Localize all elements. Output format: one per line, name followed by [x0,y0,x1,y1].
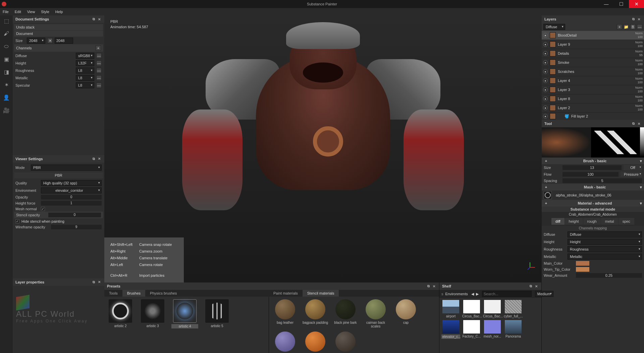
expand-icon[interactable]: + [544,201,548,206]
fill-tool-icon[interactable]: ◨ [3,69,10,75]
layer-row[interactable]: ●Layer 2Norm100 [542,103,644,113]
layer-row[interactable]: ●Layer 3Norm100 [542,85,644,94]
environment-preset[interactable]: Factory_C... [462,320,481,339]
close-panel-icon[interactable]: ✕ [97,17,102,21]
brush-size-slider[interactable]: 13 [562,165,622,170]
layer-row[interactable]: ●Layer 9Norm100 [542,40,644,49]
undock-icon[interactable]: ⧉ [631,121,636,126]
menu-edit[interactable]: Edit [15,10,21,14]
meshnormal-checkbox[interactable]: ✓ [41,207,45,211]
environment-preset[interactable]: Circus_Bac... [462,300,481,318]
shelf-size-select[interactable]: Medium [535,291,553,297]
stencil-opacity-slider[interactable]: 0 [48,213,101,217]
menu-style[interactable]: Style [41,10,49,14]
size-mode-button[interactable]: Off [624,165,642,170]
tab-stencil-materials[interactable]: Stencil materials [303,290,339,297]
close-panel-icon[interactable]: ✕ [97,280,102,284]
visibility-toggle[interactable]: ● [543,42,548,47]
visibility-toggle[interactable]: ● [543,33,548,38]
tab-diff[interactable]: diff [551,218,564,225]
wireframe-slider[interactable]: 9 [51,225,102,229]
channel-roughness-format[interactable]: L8 [76,68,94,74]
visibility-toggle[interactable]: ● [543,69,548,74]
brush-tool-icon[interactable]: 🖌 [3,30,10,37]
mask-thumbnail[interactable] [544,191,552,199]
quality-select[interactable]: High quality (32 spp) [41,180,102,186]
undock-icon[interactable]: ⧉ [528,284,533,289]
opacity-slider[interactable]: 0 [41,195,102,200]
visibility-toggle[interactable]: ● [543,78,548,83]
close-button[interactable]: ✕ [629,0,644,8]
viewport-3d[interactable]: PBR Animation time: 54.587 Alt+Shift+Lef… [104,15,542,282]
maximize-button[interactable]: ☐ [614,0,629,8]
projection-tool-icon[interactable]: ▣ [3,56,10,62]
add-folder-button[interactable]: 📁 [624,24,629,30]
map-roughness-select[interactable]: Roughness [568,246,642,252]
visibility-toggle[interactable]: ● [543,60,548,65]
wear-amount-slider[interactable]: 0.25 [576,273,642,278]
undock-icon[interactable]: ⧉ [631,17,636,21]
environment-preset[interactable]: Panorama [504,320,523,339]
dropdown-icon[interactable]: ▾ [640,185,642,189]
tab-physics-brushes[interactable]: Physics brushes [145,290,181,297]
environment-preset[interactable]: mesh_nor... [483,320,502,339]
shelf-search-input[interactable] [482,291,532,297]
tab-height[interactable]: height [565,218,583,225]
layer-row[interactable]: ●SmokeNorm100 [542,58,644,67]
undock-icon[interactable]: ⧉ [426,284,431,289]
channel-remove-button[interactable]: — [96,83,102,88]
heightforce-slider[interactable]: 1 [41,201,102,206]
material-preset[interactable]: bag leather [272,299,299,328]
material-preset[interactable]: black pine bark [332,299,359,328]
map-diffuse-select[interactable]: Diffuse [568,231,642,237]
add-channel-button[interactable]: + [96,45,101,51]
size-input[interactable] [55,38,73,44]
tab-brushes[interactable]: Brushes [122,290,145,297]
flow-mode-button[interactable]: Pressure [621,172,642,177]
add-layer-button[interactable]: + [617,24,622,30]
tab-paint-materials[interactable]: Paint materials [269,290,303,297]
next-icon[interactable]: ▶ [476,292,479,296]
env-select[interactable]: elevator_corridor [41,187,102,193]
channel-remove-button[interactable]: — [96,60,102,66]
worn-tip-swatch[interactable] [576,267,589,272]
environment-preset[interactable]: Circus_Bac... [483,300,502,318]
close-panel-icon[interactable]: ✕ [637,17,641,21]
minimize-button[interactable]: — [599,0,614,8]
preview-zoom-slider[interactable] [640,127,644,158]
menu-help[interactable]: Help [55,10,63,14]
size-select[interactable]: 2048 [27,38,45,44]
menu-file[interactable]: File [3,10,9,14]
channel-metallic-format[interactable]: L8 [76,75,94,81]
undock-icon[interactable]: ⧉ [91,17,96,21]
dropdown-icon[interactable]: ▾ [640,159,642,163]
layer-row[interactable]: ●DetailsNorm55 [542,49,644,58]
environment-preset[interactable]: airport [441,300,460,318]
dropdown-icon[interactable]: ▾ [640,201,642,206]
delete-layer-button[interactable]: — [637,24,642,30]
visibility-toggle[interactable]: ● [543,114,548,119]
material-preset[interactable]: crab abdomen [272,332,299,353]
visibility-toggle[interactable]: ● [543,51,548,56]
channel-diffuse-format[interactable]: sRGB8 [76,53,94,59]
brush-flow-slider[interactable]: 100 [562,172,619,177]
brush-preset[interactable]: artistic 4 [171,299,198,353]
visibility-toggle[interactable]: ● [543,96,548,101]
tab-metal[interactable]: metal [601,218,618,225]
brush-preset[interactable]: artistic 3 [139,299,166,353]
prev-icon[interactable]: ◀ [471,292,474,296]
layer-set-select[interactable]: Diffuse [543,24,565,30]
brush-spacing-slider[interactable]: 5 [562,178,642,183]
channel-remove-button[interactable]: — [96,75,102,81]
close-panel-icon[interactable]: ✕ [534,284,539,289]
brush-preset[interactable]: artistic 5 [204,299,230,353]
visibility-toggle[interactable]: ● [543,105,548,110]
tab-rough[interactable]: rough [583,218,601,225]
material-tool-icon[interactable]: 👤 [3,94,10,101]
axis-gizmo[interactable] [525,262,535,272]
material-preset[interactable]: cap [392,299,419,328]
close-panel-icon[interactable]: ✕ [97,157,102,161]
material-preset[interactable]: crab shell [302,332,329,353]
map-height-select[interactable]: Height [568,239,642,245]
tab-tools[interactable]: Tools [104,290,122,297]
